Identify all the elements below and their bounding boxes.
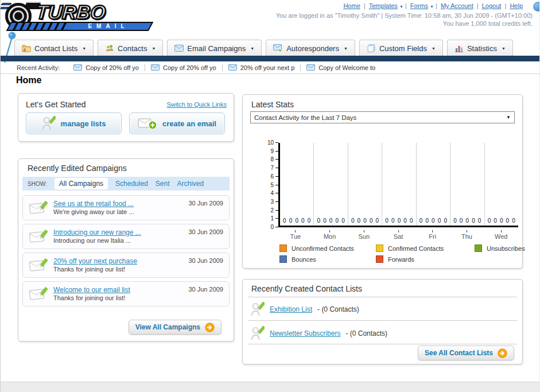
envelope-icon — [73, 64, 82, 71]
campaign-row[interactable]: 20% off your next purchaseThanks for joi… — [22, 253, 230, 278]
chart-value-label: 0 — [460, 218, 463, 224]
legend-item: Forwards — [376, 255, 475, 263]
switch-quick-links[interactable]: Switch to Quick Links — [166, 101, 227, 108]
campaign-date: 30 Jun 2009 — [188, 286, 223, 293]
nav-forms-link[interactable]: Forms — [410, 2, 428, 9]
nav-templates-link[interactable]: Templates — [369, 2, 398, 9]
nav-separator: | — [364, 2, 366, 9]
stats-selected-option: Contact Activity for the Last 7 Days — [254, 114, 356, 121]
campaign-title-link[interactable]: Introducing our new range ... — [53, 228, 141, 236]
chart-value-label: 0 — [391, 218, 395, 224]
envelope-pencil-icon — [29, 229, 48, 244]
chevron-down-icon: ▼ — [502, 46, 506, 51]
get-started-panel: Let's Get Started Switch to Quick Links … — [18, 93, 234, 142]
recent-activity-item[interactable]: 20% off your next p — [223, 64, 301, 71]
chart-value-label: 0 — [398, 218, 401, 224]
chart-value-label: 0 — [478, 218, 481, 224]
contact-list-link[interactable]: Newsletter Subscribers — [270, 329, 340, 337]
contact-list-link[interactable]: Exhibition List — [270, 305, 312, 313]
pages-icon — [367, 44, 376, 53]
campaign-row[interactable]: Welcome to our email listThanks for join… — [22, 281, 230, 306]
campaign-row[interactable]: Introducing our new range ...Introducing… — [22, 224, 230, 249]
chevron-down-icon: ▼ — [430, 5, 434, 9]
envelope-pencil-icon — [29, 258, 48, 273]
help-bubble-icon[interactable] — [533, 2, 540, 11]
dotted-divider — [248, 297, 516, 297]
chart-value-label: 0 — [329, 218, 333, 224]
campaign-date: 30 Jun 2009 — [188, 257, 223, 264]
logo-title: TURBO — [36, 1, 107, 24]
manage-lists-button[interactable]: manage lists — [26, 112, 122, 134]
envelope-pencil-icon — [29, 200, 48, 215]
tab-email-campaigns[interactable]: Email Campaigns ▼ — [167, 40, 262, 56]
tab-autoresponders[interactable]: Autoresponders ▼ — [266, 40, 355, 56]
legend-swatch — [279, 255, 287, 263]
legend-item: Unsubscribes — [475, 244, 525, 252]
campaign-list: See us at the retail food ...We're givin… — [22, 195, 230, 310]
chart-value-label: 0 — [317, 218, 321, 224]
nav-logout-link[interactable]: Logout — [482, 2, 502, 9]
campaign-row[interactable]: See us at the retail food ...We're givin… — [22, 195, 230, 220]
filter-all-campaigns[interactable]: All Campaigns — [55, 178, 108, 189]
y-axis-tick-label: 7 — [270, 165, 278, 171]
nav-my-account-link[interactable]: My Account — [441, 2, 473, 9]
x-axis-label: Tue — [278, 230, 313, 240]
x-axis-label: Thu — [450, 230, 484, 240]
filter-archived[interactable]: Archived — [177, 180, 204, 188]
tab-contacts[interactable]: Contacts ▼ — [98, 40, 163, 56]
view-all-campaigns-button[interactable]: View All Campaigns — [129, 320, 222, 335]
campaign-title-link[interactable]: See us at the retail food ... — [53, 200, 134, 208]
y-axis-tick-label: 5 — [270, 182, 278, 188]
filter-sent[interactable]: Sent — [156, 180, 170, 188]
speed-stripes-graphic — [8, 23, 69, 30]
chart-value-label: 0 — [323, 218, 327, 224]
contact-list-row[interactable]: Exhibition List - (0 Contacts) — [251, 300, 359, 319]
contact-list-row[interactable]: Newsletter Subscribers - (0 Contacts) — [251, 324, 387, 343]
nav-home-link[interactable]: Home — [343, 2, 360, 9]
page-footer-strip — [1, 382, 540, 392]
recent-activity-bar: Recent Activity: Copy of 20% off yo Copy… — [1, 61, 540, 74]
chart-value-label: 0 — [432, 218, 435, 224]
chart-value-label: 0 — [453, 218, 457, 224]
person-pencil-icon — [251, 302, 265, 317]
see-all-contact-lists-label: See All Contact Lists — [425, 349, 493, 357]
tab-label: Contact Lists — [34, 44, 77, 53]
tab-contact-lists[interactable]: Contact Lists ▼ — [14, 40, 94, 56]
get-started-title: Let's Get Started — [26, 100, 86, 109]
recent-contact-lists-panel: Recently Created Contact Lists Exhibitio… — [242, 279, 523, 364]
x-axis-label: Wed — [484, 230, 518, 240]
activity-item-label: Copy of Welcome to — [318, 64, 375, 71]
recent-activity-item[interactable]: Copy of 20% off yo — [145, 64, 223, 71]
see-all-contact-lists-button[interactable]: See All Contact Lists — [418, 346, 514, 360]
legend-swatch — [376, 255, 383, 263]
envelope-icon — [228, 64, 237, 71]
tab-custom-fields[interactable]: Custom Fields ▼ — [359, 40, 443, 56]
campaign-title-link[interactable]: Welcome to our email list — [53, 286, 130, 294]
legend-item: Bounces — [279, 255, 376, 263]
nav-separator: | — [405, 2, 407, 9]
chevron-down-icon: ▼ — [432, 46, 436, 51]
chart-day-group: 00000 — [417, 143, 450, 226]
chart-value-label: 0 — [466, 218, 469, 224]
filter-scheduled[interactable]: Scheduled — [115, 180, 148, 188]
nav-help-link[interactable]: Help — [510, 2, 523, 9]
recent-activity-item[interactable]: Copy of 20% off yo — [68, 64, 145, 71]
person-pencil-icon — [251, 326, 265, 341]
app-logo[interactable]: TURBO EMAIL — [4, 2, 158, 33]
campaign-title-link[interactable]: 20% off your next purchase — [53, 257, 137, 265]
create-email-button[interactable]: create an email — [129, 112, 225, 134]
stats-period-select[interactable]: Contact Activity for the Last 7 Days ▼ — [250, 111, 515, 123]
logo-speed-bar: EMAIL — [6, 22, 154, 31]
chart-value-label: 0 — [472, 218, 475, 224]
envelope-arrow-icon — [273, 44, 283, 52]
chevron-down-icon: ▼ — [151, 46, 156, 51]
chevron-down-icon: ▼ — [399, 5, 403, 9]
x-axis-label: Fri — [415, 230, 450, 240]
chart-value-label: 0 — [444, 218, 447, 224]
tab-statistics[interactable]: Statistics ▼ — [447, 40, 513, 56]
show-label: SHOW: — [28, 181, 47, 187]
x-axis-label: Mon — [313, 230, 347, 240]
recent-activity-item[interactable]: Copy of Welcome to — [301, 64, 381, 71]
chart-value-label: 0 — [376, 218, 379, 224]
main-tab-bar: Contact Lists ▼ Contacts ▼ Email Campaig… — [14, 40, 513, 56]
